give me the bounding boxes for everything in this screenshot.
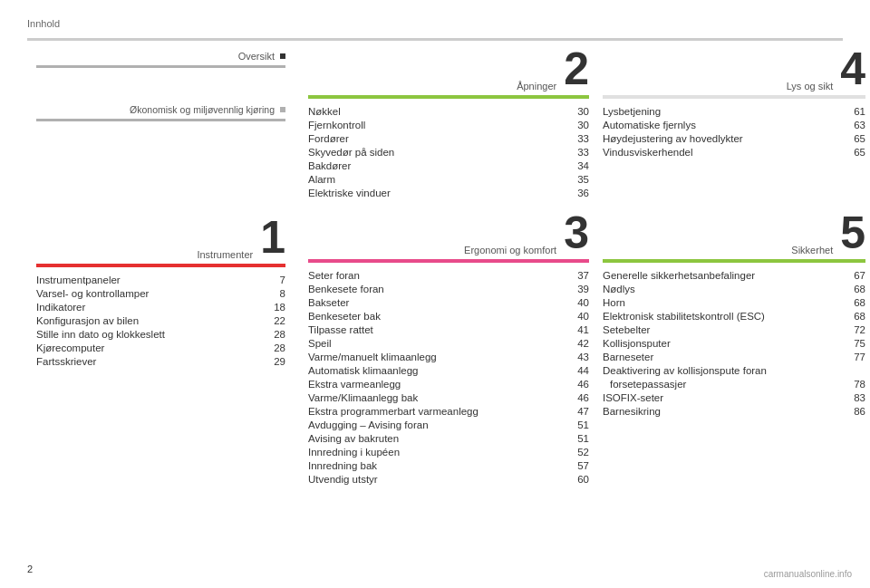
toc-item: Instrumentpaneler7 — [36, 275, 285, 285]
top-divider — [27, 38, 843, 41]
apninger-section: Åpninger 2 Nøkkel30 Fjernkontroll30 Ford… — [299, 46, 598, 201]
oversikt-section: Oversikt — [36, 51, 285, 68]
toc-item: Høydejustering av hovedlykter65 — [603, 133, 865, 144]
row-spacer — [27, 201, 843, 210]
oversikt-dot — [280, 53, 285, 59]
toc-item: Skyvedør på siden33 — [308, 147, 589, 158]
col1-top: Oversikt Økonomisk og miljøvennlig kjøri… — [27, 46, 299, 201]
header-title: Innhold — [27, 18, 60, 29]
toc-item: Fartsskriever29 — [36, 356, 285, 367]
toc-item: Vindusviskerhendel65 — [603, 147, 865, 158]
toc-item: Automatisk klimaanlegg44 — [308, 365, 589, 376]
toc-item: Barneseter77 — [603, 352, 865, 362]
toc-item: Bakdører34 — [308, 160, 589, 171]
okonomisk-bar — [36, 119, 285, 121]
toc-item: Avising av bakruten51 — [308, 433, 589, 444]
ergonomi-bar — [308, 259, 589, 263]
toc-item: Automatiske fjernlys63 — [603, 120, 865, 130]
lys-number: 4 — [840, 46, 865, 92]
sikkerhet-number: 5 — [840, 210, 865, 255]
toc-item: Benkeseter bak40 — [308, 311, 589, 322]
toc-item: Utvendig utstyr60 — [308, 474, 589, 485]
lys-bar — [603, 95, 865, 99]
sikkerhet-section: Sikkerhet 5 Generelle sikkerhetsanbefali… — [598, 210, 870, 487]
toc-item: Deaktivering av kollisjonspute foran — [603, 365, 865, 376]
lys-title: Lys og sikt — [787, 81, 834, 92]
lys-items: Lysbetjening61 Automatiske fjernlys63 Hø… — [603, 106, 865, 158]
oversikt-bar — [36, 65, 285, 68]
toc-item: Fjernkontroll30 — [308, 120, 589, 130]
apninger-number: 2 — [564, 46, 589, 92]
toc-item: Varme/Klimaanlegg bak46 — [308, 392, 589, 403]
ergonomi-number: 3 — [564, 210, 589, 255]
toc-item: Lysbetjening61 — [603, 106, 865, 117]
watermark: carmanualsonline.info — [764, 569, 852, 579]
toc-item: forsetepassasjer78 — [603, 379, 865, 390]
toc-item: Elektronisk stabilitetskontroll (ESC)68 — [603, 311, 865, 322]
toc-item: Alarm35 — [308, 174, 589, 185]
toc-item: Setebelter72 — [603, 324, 865, 335]
toc-item: Avdugging – Avising foran51 — [308, 419, 589, 430]
lys-section: Lys og sikt 4 Lysbetjening61 Automatiske… — [598, 46, 870, 201]
toc-item: Barnesikring86 — [603, 406, 865, 417]
toc-item: Konfigurasjon av bilen22 — [36, 315, 285, 326]
toc-item: Benkesete foran39 — [308, 284, 589, 294]
okonomisk-dot — [280, 107, 285, 112]
toc-item: Ekstra programmerbart varmeanlegg47 — [308, 406, 589, 417]
toc-item: Nødlys68 — [603, 284, 865, 294]
toc-item: Fordører33 — [308, 133, 589, 144]
okonomisk-section: Økonomisk og miljøvennlig kjøring — [36, 104, 285, 121]
instrumenter-number: 1 — [260, 215, 285, 260]
toc-item: Bakseter40 — [308, 297, 589, 308]
apninger-title: Åpninger — [517, 81, 556, 92]
page: Innhold Oversikt Økonomisk og miljøvennl… — [0, 0, 870, 588]
page-number: 2 — [27, 564, 33, 574]
oversikt-title: Oversikt — [238, 51, 275, 62]
toc-item: Elektriske vinduer36 — [308, 188, 589, 198]
toc-item: Stille inn dato og klokkeslett28 — [36, 329, 285, 340]
toc-item: Horn68 — [603, 297, 865, 308]
ergonomi-title: Ergonomi og komfort — [464, 245, 556, 255]
okonomisk-title: Økonomisk og miljøvennlig kjøring — [130, 104, 275, 115]
apninger-items: Nøkkel30 Fjernkontroll30 Fordører33 Skyv… — [308, 106, 589, 198]
toc-item: ISOFIX-seter83 — [603, 392, 865, 403]
instrumenter-bar — [36, 264, 285, 267]
sikkerhet-items: Generelle sikkerhetsanbefalinger67 Nødly… — [603, 270, 865, 417]
instrumenter-section: Instrumenter 1 Instrumentpaneler7 Varsel… — [27, 210, 299, 487]
toc-item: Innredning bak57 — [308, 460, 589, 471]
toc-item: Generelle sikkerhetsanbefalinger67 — [603, 270, 865, 281]
toc-item: Innredning i kupéen52 — [308, 447, 589, 458]
toc-item: Varme/manuelt klimaanlegg43 — [308, 352, 589, 362]
toc-item: Tilpasse rattet41 — [308, 324, 589, 335]
sikkerhet-bar — [603, 259, 865, 263]
toc-item: Kollisjonsputer75 — [603, 338, 865, 349]
toc-item: Ekstra varmeanlegg46 — [308, 379, 589, 390]
ergonomi-section: Ergonomi og komfort 3 Seter foran37 Benk… — [299, 210, 598, 487]
page-header: Innhold — [27, 18, 843, 29]
sikkerhet-title: Sikkerhet — [791, 245, 833, 255]
toc-item: Speil42 — [308, 338, 589, 349]
instrumenter-items: Instrumentpaneler7 Varsel- og kontrollam… — [36, 275, 285, 367]
toc-item: Nøkkel30 — [308, 106, 589, 117]
toc-item: Indikatorer18 — [36, 302, 285, 313]
apninger-bar — [308, 95, 589, 99]
ergonomi-items: Seter foran37 Benkesete foran39 Bakseter… — [308, 270, 589, 485]
toc-item: Varsel- og kontrollamper8 — [36, 288, 285, 299]
toc-item: Seter foran37 — [308, 270, 589, 281]
toc-item: Kjørecomputer28 — [36, 342, 285, 353]
instrumenter-title: Instrumenter — [197, 249, 253, 260]
